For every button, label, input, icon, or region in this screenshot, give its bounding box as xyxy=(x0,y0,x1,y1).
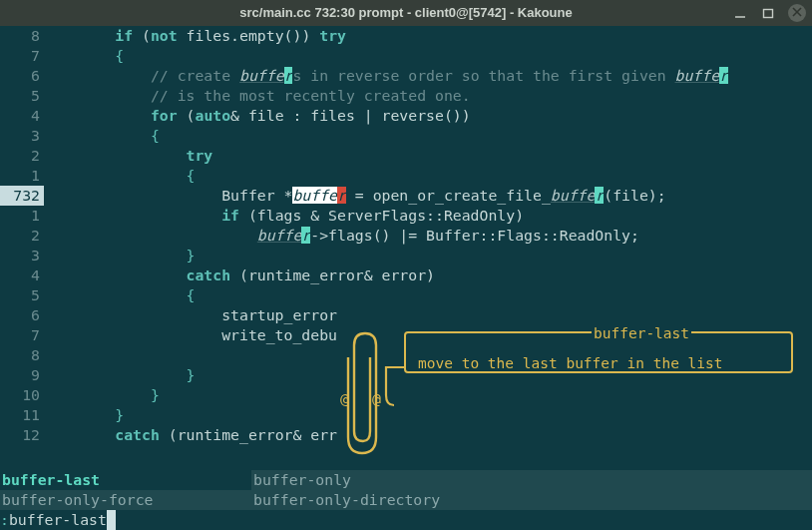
close-button[interactable] xyxy=(788,4,806,22)
minimize-button[interactable] xyxy=(732,5,748,21)
line-number: 7 xyxy=(0,46,44,66)
code-line: 11 } xyxy=(0,405,812,425)
line-number: 1 xyxy=(0,166,44,186)
line-number: 6 xyxy=(0,305,44,325)
cursor xyxy=(107,510,116,530)
code-line: 7 { xyxy=(0,46,812,66)
code-line: 4 for (auto& file : files | reverse()) xyxy=(0,106,812,126)
status-line[interactable]: :buffer-last src/main.cc 732:30 prompt -… xyxy=(0,510,812,530)
line-number: 6 xyxy=(0,66,44,86)
line-number: 11 xyxy=(0,405,44,425)
code-line: 1 { xyxy=(0,166,812,186)
code-line: 5 { xyxy=(0,285,812,305)
code-line: 5 // is the most recently created one. xyxy=(0,86,812,106)
line-number: 7 xyxy=(0,325,44,345)
line-number: 9 xyxy=(0,365,44,385)
line-number: 3 xyxy=(0,126,44,146)
code-line: 1 if (flags & ServerFlags::ReadOnly) xyxy=(0,206,812,226)
code-line: 4 catch (runtime_error& error) xyxy=(0,265,812,285)
completion-item[interactable]: buffer-only xyxy=(251,470,503,490)
line-number: 5 xyxy=(0,285,44,305)
prompt-prefix: : xyxy=(0,510,9,530)
line-number: 2 xyxy=(0,226,44,246)
completion-item[interactable]: buffer-only-directory xyxy=(251,490,503,510)
line-number: 2 xyxy=(0,146,44,166)
code-line: 3 { xyxy=(0,126,812,146)
line-number: 5 xyxy=(0,86,44,106)
completion-menu[interactable]: buffer-last buffer-only buffer-only-forc… xyxy=(0,470,812,510)
line-number: 12 xyxy=(0,425,44,445)
code-line: 3 } xyxy=(0,246,812,265)
code-line: 12 catch (runtime_error& err xyxy=(0,425,812,445)
code-line: 8 if (not files.empty()) try xyxy=(0,26,812,46)
code-line: 10 } xyxy=(0,385,812,405)
status-right: src/main.cc 732:30 prompt - client0@[574… xyxy=(376,510,812,530)
maximize-button[interactable] xyxy=(760,5,776,21)
code-line: 6 // create buffers in reverse order so … xyxy=(0,66,812,86)
line-number: 3 xyxy=(0,246,44,265)
code-line: 8 xyxy=(0,345,812,365)
svg-rect-1 xyxy=(764,10,773,18)
line-number: 8 xyxy=(0,345,44,365)
code-line: 6 startup_error xyxy=(0,305,812,325)
line-number: 8 xyxy=(0,26,44,46)
code-line-current: 732 Buffer *buffer = open_or_create_file… xyxy=(0,186,812,206)
window-titlebar: src/main.cc 732:30 prompt - client0@[574… xyxy=(0,0,812,26)
code-line: 2 try xyxy=(0,146,812,166)
window-title: src/main.cc 732:30 prompt - client0@[574… xyxy=(0,3,812,23)
line-number: 4 xyxy=(0,106,44,126)
code-line: 7 write_to_debu xyxy=(0,325,812,345)
code-line: 2 buffer->flags() |= Buffer::Flags::Read… xyxy=(0,226,812,246)
completion-item[interactable]: buffer-only-force xyxy=(0,490,251,510)
prompt-input[interactable]: buffer-last xyxy=(9,510,107,530)
editor-viewport[interactable]: 8 if (not files.empty()) try 7 { 6 // cr… xyxy=(0,26,812,530)
line-number: 1 xyxy=(0,206,44,226)
code-line: 9 } xyxy=(0,365,812,385)
line-number: 4 xyxy=(0,265,44,285)
completion-item-selected[interactable]: buffer-last xyxy=(0,470,251,490)
line-number-current: 732 xyxy=(0,186,44,206)
line-number: 10 xyxy=(0,385,44,405)
